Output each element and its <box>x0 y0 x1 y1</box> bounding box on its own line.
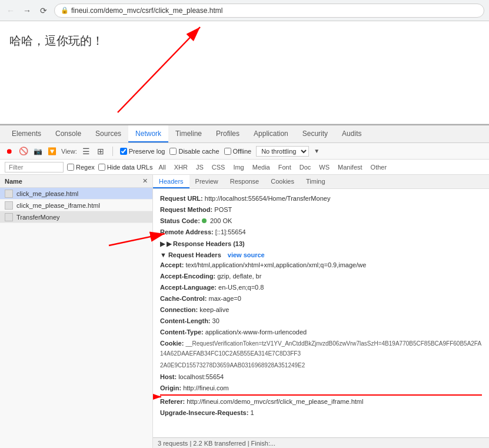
preserve-log-label: Preserve log <box>129 148 165 155</box>
view-grid-button[interactable]: ⊞ <box>96 147 105 156</box>
accept-encoding-label: Accept-Encoding: <box>160 273 215 280</box>
accept-value: text/html,application/xhtml+xml,applicat… <box>185 261 366 268</box>
status-code-value: 200 OK <box>210 217 232 224</box>
filter-css-button[interactable]: CSS <box>209 162 228 172</box>
tab-console[interactable]: Console <box>48 125 88 142</box>
offline-label: Offline <box>233 148 252 155</box>
origin-row: Origin: http://fineui.com <box>160 383 482 393</box>
request-item-1[interactable]: click_me_please.html <box>0 188 152 200</box>
connection-label: Connection: <box>160 306 198 313</box>
throttle-select[interactable]: No throttling <box>256 146 309 157</box>
tab-security[interactable]: Security <box>295 125 335 142</box>
detail-tab-headers[interactable]: Headers <box>153 175 189 188</box>
accept-encoding-value: gzip, deflate, br <box>217 273 261 280</box>
request-method-label: Request Method: <box>160 206 212 213</box>
cookie-label: Cookie: <box>160 340 184 347</box>
disable-cache-checkbox[interactable] <box>169 148 177 155</box>
filter-font-button[interactable]: Font <box>276 162 294 172</box>
cookie-row: Cookie: __RequestVerificationToken=tzV1Y… <box>160 339 482 359</box>
address-bar[interactable]: 🔒 fineui.com/demo_mvc/csrf/click_me_plea… <box>54 4 484 18</box>
browser-chrome: ← → ⟳ 🔒 fineui.com/demo_mvc/csrf/click_m… <box>0 0 489 21</box>
request-item-3[interactable]: TransferMoney <box>0 211 152 223</box>
request-headers-triangle: ▼ <box>160 251 167 258</box>
devtools-panel: Elements Console Sources Network Timelin… <box>0 124 489 448</box>
referer-row: Referer: http://fineui.com/demo_mvc/csrf… <box>160 394 482 406</box>
detail-content: Request URL: http://localhost:55654/Home… <box>153 189 489 437</box>
content-type-row: Content-Type: application/x-www-form-url… <box>160 327 482 337</box>
detail-tab-timing[interactable]: Timing <box>300 175 331 188</box>
reload-button[interactable]: ⟳ <box>38 5 49 16</box>
request-item-2[interactable]: click_me_please_iframe.html <box>0 200 152 211</box>
preserve-log-group: Preserve log <box>120 148 165 155</box>
back-button[interactable]: ← <box>5 5 16 16</box>
request-url-value: http://localhost:55654/Home/TransferMone… <box>205 195 331 202</box>
view-list-button[interactable]: ☰ <box>82 147 91 156</box>
connection-row: Connection: keep-alive <box>160 305 482 314</box>
content-type-value: application/x-www-form-urlencoded <box>205 328 307 336</box>
tab-timeline[interactable]: Timeline <box>168 125 209 142</box>
view-source-link[interactable]: view source <box>228 251 265 258</box>
cookie-value: __RequestVerificationToken=tzV1YV_AnCtdd… <box>160 340 481 357</box>
hide-data-urls-checkbox[interactable] <box>98 164 105 171</box>
requests-panel: Name ✕ click_me_please.html click_me_ple… <box>0 175 153 448</box>
detail-tabs: Headers Preview Response Cookies Timing <box>153 175 489 189</box>
request-name-1: click_me_please.html <box>16 190 78 197</box>
record-button[interactable]: ⏺ <box>5 147 14 156</box>
disable-cache-group: Disable cache <box>169 148 219 155</box>
filter-manifest-button[interactable]: Manifest <box>335 162 365 172</box>
accept-row: Accept: text/html,application/xhtml+xml,… <box>160 260 482 270</box>
filter-doc-button[interactable]: Doc <box>297 162 314 172</box>
filter-other-button[interactable]: Other <box>368 162 390 172</box>
filter-button[interactable]: 🔽 <box>47 147 56 156</box>
throttle-dropdown-arrow: ▼ <box>314 148 320 154</box>
regex-label: Regex <box>76 164 95 171</box>
detail-tab-response[interactable]: Response <box>224 175 265 188</box>
filter-all-button[interactable]: All <box>156 162 168 172</box>
tab-elements[interactable]: Elements <box>5 125 48 142</box>
cache-control-label: Cache-Control: <box>160 295 207 302</box>
filter-img-button[interactable]: Img <box>231 162 246 172</box>
details-panel: Headers Preview Response Cookies Timing … <box>153 175 489 448</box>
regex-checkbox[interactable] <box>67 164 74 171</box>
filter-xhr-button[interactable]: XHR <box>172 162 190 172</box>
request-name-2: click_me_please_iframe.html <box>16 202 100 209</box>
devtools-main: Name ✕ click_me_please.html click_me_ple… <box>0 175 489 448</box>
connection-value: keep-alive <box>199 306 229 313</box>
tab-profiles[interactable]: Profiles <box>209 125 247 142</box>
accept-language-value: en-US,en;q=0.8 <box>218 284 264 291</box>
status-dot <box>202 218 207 223</box>
camera-button[interactable]: 📷 <box>33 147 42 156</box>
tab-network[interactable]: Network <box>128 125 168 142</box>
request-headers-section[interactable]: ▼ Request Headers view source <box>160 251 482 258</box>
filter-ws-button[interactable]: WS <box>317 162 332 172</box>
request-url-row: Request URL: http://localhost:55654/Home… <box>160 194 482 203</box>
forward-button[interactable]: → <box>21 5 33 16</box>
tab-audits[interactable]: Audits <box>335 125 368 142</box>
offline-checkbox[interactable] <box>224 148 231 155</box>
requests-close[interactable]: ✕ <box>142 177 148 185</box>
content-length-label: Content-Length: <box>160 317 211 324</box>
detail-tab-cookies[interactable]: Cookies <box>265 175 300 188</box>
tab-application[interactable]: Application <box>247 125 295 142</box>
upgrade-value: 1 <box>250 409 254 416</box>
request-headers-label: Request Headers <box>168 251 221 258</box>
response-headers-section[interactable]: ▶ ▶ Response Headers (13) <box>160 240 482 248</box>
cache-control-value: max-age=0 <box>209 295 241 302</box>
filter-js-button[interactable]: JS <box>194 162 206 172</box>
disable-cache-label: Disable cache <box>178 148 219 155</box>
status-bar: 3 requests | 2.2 KB transferred | Finish… <box>153 437 489 448</box>
offline-group: Offline <box>224 148 252 155</box>
accept-label: Accept: <box>160 261 184 268</box>
remote-address-value: [::1]:55654 <box>215 228 246 235</box>
status-bar-text: 3 requests | 2.2 KB transferred | Finish… <box>158 440 275 447</box>
clear-button[interactable]: 🚫 <box>19 147 28 156</box>
detail-tab-preview[interactable]: Preview <box>189 175 224 188</box>
referer-label: Referer: <box>160 398 185 405</box>
filter-input[interactable] <box>5 162 64 172</box>
request-method-row: Request Method: POST <box>160 205 482 214</box>
page-content: 哈哈，逗你玩的！ <box>0 21 489 124</box>
filter-media-button[interactable]: Media <box>250 162 272 172</box>
preserve-log-checkbox[interactable] <box>120 148 127 155</box>
tab-sources[interactable]: Sources <box>88 125 128 142</box>
cookie-value-2: 2A0E9CD15573278D3659AAB0316968928A351249… <box>160 362 305 369</box>
